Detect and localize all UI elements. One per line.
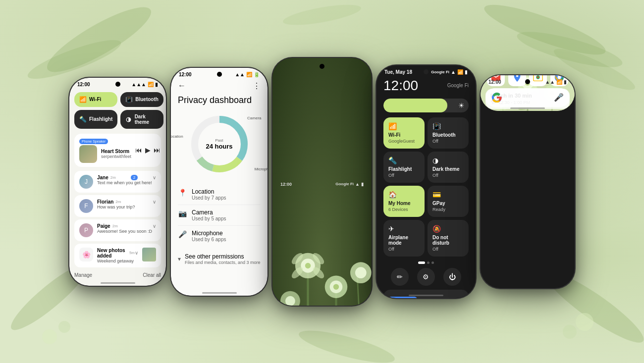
phone4-nav-bar xyxy=(409,295,443,296)
phone1-notif-list: J Jane 2m 2 ∨ Text me when you get here!… xyxy=(69,169,166,269)
brightness-slider[interactable]: ☀ xyxy=(383,99,469,112)
jane-chevron: ∨ xyxy=(153,175,156,180)
phone1-media-info: Heart Storm serpentwithfeet xyxy=(101,149,131,159)
photos-notif-text: New photos added xyxy=(97,248,127,259)
battery-4: ▮ xyxy=(465,69,468,75)
photos-time: 5m xyxy=(129,251,135,255)
phone1: 12:00 ▲▲▲ 📶 ▮ 📶 Wi-Fi 📳 Bluetooth xyxy=(69,78,166,286)
mic-icon: 🎤 xyxy=(178,230,187,238)
location-perm[interactable]: 📍 Location Used by 7 apps xyxy=(178,184,261,205)
paige-name: Paige xyxy=(97,223,110,229)
darktheme-tile-icon: ◑ xyxy=(125,116,131,123)
phone1-song-title: Heart Storm xyxy=(101,149,131,154)
see-other-section[interactable]: ▾ See other permissions Files and media,… xyxy=(171,250,268,268)
dark-airplane-tile[interactable]: ✈ Airplane mode Off xyxy=(383,220,425,257)
phone4-date: Tue, May 18 xyxy=(384,69,412,75)
dark-bt-sub: Off xyxy=(432,139,464,144)
donut-hours-value: 24 hours xyxy=(206,143,232,151)
florian-time: 2m xyxy=(115,200,121,204)
phone1-media-badge: Phone Speaker xyxy=(79,139,108,144)
location-name: Location xyxy=(192,188,226,195)
phone3: 12:00 Google Fi ▲ ▮ Tue, May 18 ☁ 76°F 1… xyxy=(272,58,372,306)
dark-gpay-tile[interactable]: 💳 GPay Ready xyxy=(428,186,469,217)
edit-ctrl-btn[interactable]: ✏ xyxy=(391,268,409,286)
phone2-screen: 12:00 ▲▲ 📶 🔋 ← ⋮ Privacy dashboard xyxy=(171,68,268,296)
dark-home-tile[interactable]: 🏠 My Home 6 Devices xyxy=(383,186,425,217)
jane-content: Jane 2m 2 ∨ Text me when you get here! xyxy=(97,175,156,185)
photos-icon: 🌸 xyxy=(79,248,93,261)
dark-theme-name: Dark theme xyxy=(432,166,464,172)
dark-theme-sub: Off xyxy=(432,173,464,178)
notif-photos[interactable]: 🌸 New photos added 5m ∨ Weekend getaway xyxy=(74,244,161,267)
paige-msg: Awesome! See you soon :D xyxy=(97,229,156,234)
wifi-tile-icon: 📶 xyxy=(79,96,86,103)
brightness-icon: ☀ xyxy=(458,102,465,109)
battery-3: ▮ xyxy=(361,182,364,187)
dark-home-sub: 6 Devices xyxy=(388,207,420,212)
wifi-5: 📶 xyxy=(556,79,562,85)
flashlight-tile[interactable]: 🔦 Flashlight xyxy=(74,110,117,129)
notif-jane[interactable]: J Jane 2m 2 ∨ Text me when you get here! xyxy=(74,171,161,193)
brightness-fill xyxy=(383,99,447,112)
phone4: Tue, May 18 Google Fi ▲ 📶 ▮ 12:00 Google… xyxy=(376,65,476,298)
camera-perm[interactable]: 📷 Camera Used by 5 apps xyxy=(178,205,261,226)
more-dots[interactable]: ⋮ xyxy=(253,81,261,91)
next-btn[interactable]: ⏭ xyxy=(154,146,161,154)
jane-count: 2 xyxy=(131,175,138,180)
wifi-icon-2: 📶 xyxy=(246,72,252,77)
phone1-screen: 12:00 ▲▲▲ 📶 ▮ 📶 Wi-Fi 📳 Bluetooth xyxy=(69,78,166,286)
power-ctrl-btn[interactable]: ⏻ xyxy=(443,268,461,286)
dark-bt-name: Bluetooth xyxy=(432,132,464,138)
phone4-media-card: Phone Speaker Heart Storm (feat. NAO) se… xyxy=(383,290,469,298)
dots-indicator xyxy=(376,259,476,266)
back-arrow[interactable]: ← xyxy=(178,81,186,90)
prev-btn[interactable]: ⏮ xyxy=(135,146,142,154)
battery-icon-2: 🔋 xyxy=(254,72,260,77)
mic-name: Microphone xyxy=(192,230,226,237)
florian-avatar: F xyxy=(79,199,93,213)
jane-msg: Text me when you get here! xyxy=(97,180,156,185)
dark-gpay-sub: Ready xyxy=(432,207,464,212)
darktheme-tile-label: Dark theme xyxy=(135,114,159,125)
mic-perm[interactable]: 🎤 Microphone Used by 6 apps xyxy=(178,226,261,246)
paige-time: 2m xyxy=(112,224,118,228)
camera-hole-1 xyxy=(115,82,120,87)
bluetooth-tile-icon: 📳 xyxy=(125,96,132,103)
phone5-status-icons: ▲▲ 📶 ▮ xyxy=(545,79,567,85)
darktheme-tile[interactable]: ◑ Dark theme xyxy=(120,110,163,129)
dark-theme-tile[interactable]: ◑ Dark theme Off xyxy=(428,152,469,183)
dark-dnd-tile[interactable]: 🔕 Do not disturb Off xyxy=(428,220,469,257)
settings-ctrl-btn[interactable]: ⚙ xyxy=(417,268,435,286)
flashlight-tile-label: Flashlight xyxy=(89,116,112,122)
phone2-nav-bar xyxy=(202,292,237,294)
phone1-notif-actions: Manage Clear all xyxy=(69,269,166,281)
notif-florian[interactable]: F Florian 2m ∨ How was your trip? xyxy=(74,195,161,217)
clear-all-btn[interactable]: Clear all xyxy=(143,272,161,278)
see-other-sub: Files and media, contacts, and 3 more xyxy=(185,260,261,265)
dark-flash-tile[interactable]: 🔦 Flashlight Off xyxy=(383,152,425,183)
dot-2 xyxy=(427,261,429,264)
phone4-status-icons: Google Fi ▲ 📶 ▮ xyxy=(431,69,468,75)
florian-msg: How was your trip? xyxy=(97,205,156,209)
microphone-label: Microphone xyxy=(255,167,268,171)
notif-paige[interactable]: P Paige 2m ∨ Awesome! See you soon :D xyxy=(74,219,161,241)
bluetooth-tile[interactable]: 📳 Bluetooth xyxy=(120,92,163,107)
photos-content: New photos added 5m ∨ Weekend getaway xyxy=(97,248,138,263)
phone1-nav-bar xyxy=(101,282,135,284)
wifi-tile[interactable]: 📶 Wi-Fi xyxy=(74,92,117,107)
signal-icon-2: ▲▲ xyxy=(235,72,245,77)
dark-bt-tile[interactable]: 📳 Bluetooth Off xyxy=(428,117,469,149)
wifi-tile-label: Wi-Fi xyxy=(89,97,101,102)
manage-btn[interactable]: Manage xyxy=(74,272,92,278)
location-sub: Used by 7 apps xyxy=(192,195,226,201)
dot-1 xyxy=(418,261,425,264)
paige-avatar: P xyxy=(79,223,93,237)
phones-container: 12:00 ▲▲▲ 📶 ▮ 📶 Wi-Fi 📳 Bluetooth xyxy=(0,0,644,363)
see-other-label: See other permissions xyxy=(185,253,261,260)
dark-wifi-tile[interactable]: 📶 Wi-Fi GoogleGuest xyxy=(383,117,425,149)
google-g-icon xyxy=(491,92,502,103)
phone1-media-card: Phone Speaker Heart Storm serpentwithfee… xyxy=(74,134,161,167)
play-btn[interactable]: ▶ xyxy=(145,146,151,154)
google-search-bar[interactable]: 🎤 xyxy=(485,88,570,107)
mic-search-icon[interactable]: 🎤 xyxy=(554,93,564,102)
